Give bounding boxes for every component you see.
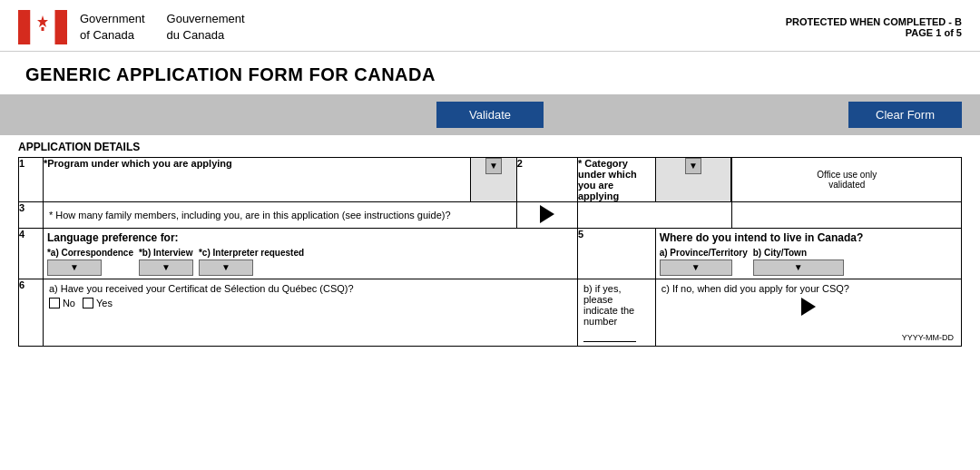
csq-yes-text: Yes xyxy=(96,298,113,308)
field-6-num: 6 xyxy=(19,279,44,347)
gov-canada-fr: Gouvernement du Canada xyxy=(167,11,245,44)
office-validated-label: validated xyxy=(732,180,961,190)
field-2-label: * Category under which you are applying xyxy=(577,158,655,202)
language-options-row: *a) Correspondence ▼ *b) Interview ▼ *c)… xyxy=(47,248,573,276)
lang-interpreter-group: *c) Interpreter requested ▼ xyxy=(199,248,304,276)
protected-label: PROTECTED WHEN COMPLETED - B xyxy=(786,16,962,27)
field-6b-area: b) if yes, please indicate the number xyxy=(577,279,655,347)
section-label: APPLICATION DETAILS xyxy=(0,135,980,157)
office-use-cell: Office use only validated xyxy=(731,158,961,202)
field-4-num: 4 xyxy=(19,229,44,279)
csq-checkbox-row: No Yes xyxy=(49,298,572,308)
table-row: 6 a) Have you received your Certificat d… xyxy=(19,279,962,347)
field-6c-label: c) If no, when did you apply for your CS… xyxy=(662,283,956,294)
svg-rect-0 xyxy=(18,10,31,44)
csq-date-row xyxy=(662,298,956,316)
field-6a-area: a) Have you received your Certificat de … xyxy=(43,279,577,347)
validate-button[interactable]: Validate xyxy=(436,102,544,128)
header-protected-info: PROTECTED WHEN COMPLETED - B PAGE 1 of 5 xyxy=(786,16,962,38)
lang-interpreter-label: *c) Interpreter requested xyxy=(199,248,304,258)
city-town-group: b) City/Town ▼ xyxy=(753,248,844,276)
field-5-num: 5 xyxy=(577,229,655,279)
page-title: GENERIC APPLICATION FORM FOR CANADA xyxy=(25,64,955,85)
dropdown-arrow-1[interactable]: ▼ xyxy=(485,158,502,174)
field-6b-label: b) if yes, please indicate the number xyxy=(583,283,650,327)
csq-number-input[interactable] xyxy=(583,330,636,342)
toolbar-right: Clear Form xyxy=(647,102,962,128)
dropdown-arrow-2[interactable]: ▼ xyxy=(685,158,701,174)
field-6c-area: c) If no, when did you apply for your CS… xyxy=(655,279,961,347)
page-title-section: GENERIC APPLICATION FORM FOR CANADA xyxy=(0,52,980,94)
page-info-label: PAGE 1 of 5 xyxy=(786,27,962,38)
page-header: Government of Canada Gouvernement du Can… xyxy=(0,0,980,52)
canada-flag-icon xyxy=(18,9,67,45)
province-territory-group: a) Province/Territory ▼ xyxy=(660,248,748,276)
field-1-num: 1 xyxy=(19,158,44,202)
province-territory-label: a) Province/Territory xyxy=(660,248,748,258)
csq-no-label[interactable]: No xyxy=(49,298,75,308)
lang-correspondence-group: *a) Correspondence ▼ xyxy=(47,248,133,276)
date-hint-label: YYYY-MM-DD xyxy=(898,331,957,344)
table-row: 1 *Program under which you are applying … xyxy=(19,158,962,202)
family-members-arrow-icon[interactable] xyxy=(540,205,554,223)
lang-correspondence-dropdown[interactable]: ▼ xyxy=(47,259,102,276)
lang-interview-group: *b) Interview ▼ xyxy=(139,248,193,276)
csq-yes-label[interactable]: Yes xyxy=(83,298,113,308)
live-in-canada-row: a) Province/Territory ▼ b) City/Town ▼ xyxy=(660,248,957,276)
csq-no-text: No xyxy=(63,298,75,308)
lang-interview-label: *b) Interview xyxy=(139,248,193,258)
csq-date-arrow-icon[interactable] xyxy=(801,298,816,316)
lang-interview-dropdown[interactable]: ▼ xyxy=(139,259,193,276)
toolbar-center: Validate xyxy=(333,102,648,128)
field-5-label: Where do you intend to live in Canada? xyxy=(660,231,957,244)
province-territory-dropdown[interactable]: ▼ xyxy=(660,259,732,276)
office-use-label: Office use only xyxy=(732,170,961,180)
office-use-placeholder xyxy=(731,202,961,229)
svg-rect-4 xyxy=(42,27,44,31)
field-3-arrow-button[interactable] xyxy=(516,202,577,229)
table-row: 4 Language preference for: *a) Correspon… xyxy=(19,229,962,279)
field-2-num: 2 xyxy=(516,158,577,202)
city-town-dropdown[interactable]: ▼ xyxy=(753,259,844,276)
city-town-label: b) City/Town xyxy=(753,248,844,258)
header-text-group: Government of Canada Gouvernement du Can… xyxy=(80,11,245,44)
application-details-table: 1 *Program under which you are applying … xyxy=(18,157,962,347)
field-3-label: * How many family members, including you… xyxy=(43,202,516,229)
field-3-num: 3 xyxy=(19,202,44,229)
field-2-dropdown[interactable]: ▼ xyxy=(655,158,731,202)
field-1-dropdown[interactable]: ▼ xyxy=(471,158,516,202)
logo-area: Government of Canada Gouvernement du Can… xyxy=(18,9,245,45)
svg-rect-2 xyxy=(55,10,68,44)
csq-yes-checkbox[interactable] xyxy=(83,298,93,308)
clear-form-button[interactable]: Clear Form xyxy=(848,102,962,128)
toolbar: Validate Clear Form xyxy=(0,94,980,135)
csq-no-checkbox[interactable] xyxy=(49,298,60,308)
field-3-value-area xyxy=(577,202,731,229)
field-4-label: Language preference for: xyxy=(47,231,573,244)
table-row: 3 * How many family members, including y… xyxy=(19,202,962,229)
field-1-label: *Program under which you are applying xyxy=(43,158,470,202)
lang-interpreter-dropdown[interactable]: ▼ xyxy=(199,259,253,276)
field-5-area: Where do you intend to live in Canada? a… xyxy=(655,229,961,279)
field-6a-label: a) Have you received your Certificat de … xyxy=(49,283,572,294)
lang-correspondence-label: *a) Correspondence xyxy=(47,248,133,258)
field-4-area: Language preference for: *a) Corresponde… xyxy=(43,229,577,279)
gov-canada-en: Government of Canada xyxy=(80,11,145,44)
